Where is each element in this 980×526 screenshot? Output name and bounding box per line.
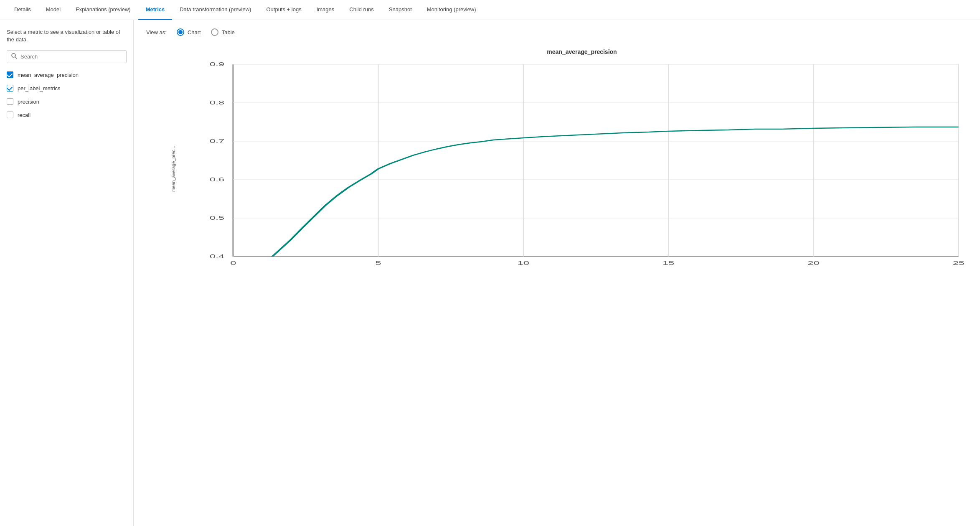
svg-text:0.9: 0.9 bbox=[210, 61, 224, 67]
tab-details[interactable]: Details bbox=[7, 0, 38, 20]
radio-circle-table[interactable] bbox=[211, 28, 218, 36]
svg-text:20: 20 bbox=[807, 260, 819, 266]
search-icon bbox=[11, 53, 17, 60]
svg-text:0.4: 0.4 bbox=[210, 254, 224, 259]
view-as-label: View as: bbox=[146, 29, 167, 36]
search-input[interactable] bbox=[20, 53, 122, 60]
radio-chart[interactable]: Chart bbox=[177, 28, 201, 36]
svg-text:0.6: 0.6 bbox=[210, 177, 224, 182]
checkbox-per-label-metrics[interactable] bbox=[7, 85, 13, 91]
view-as-row: View as: Chart Table bbox=[146, 28, 967, 36]
svg-rect-28 bbox=[233, 60, 959, 257]
content-area: View as: Chart Table mean_average_precis… bbox=[134, 20, 980, 526]
chart-line bbox=[233, 127, 959, 277]
chart-title: mean_average_precision bbox=[196, 48, 967, 55]
svg-text:0.7: 0.7 bbox=[210, 138, 224, 144]
checkbox-mean-average-precision[interactable] bbox=[7, 71, 13, 78]
metric-label-recall: recall bbox=[18, 112, 30, 118]
sidebar: Select a metric to see a visualization o… bbox=[0, 20, 134, 526]
metric-item-precision[interactable]: precision bbox=[7, 98, 127, 105]
chart-inner: mean_average_prec... bbox=[171, 60, 967, 277]
tab-images[interactable]: Images bbox=[309, 0, 342, 20]
svg-line-1 bbox=[15, 57, 17, 58]
tab-child-runs[interactable]: Child runs bbox=[342, 0, 381, 20]
svg-text:0: 0 bbox=[230, 260, 236, 266]
svg-text:5: 5 bbox=[375, 260, 381, 266]
metric-item-mean-average-precision[interactable]: mean_average_precision bbox=[7, 71, 127, 78]
metric-item-per-label-metrics[interactable]: per_label_metrics bbox=[7, 85, 127, 91]
radio-table[interactable]: Table bbox=[211, 28, 235, 36]
svg-text:15: 15 bbox=[663, 260, 674, 266]
svg-text:0.5: 0.5 bbox=[210, 215, 224, 221]
tab-explanations[interactable]: Explanations (preview) bbox=[68, 0, 138, 20]
radio-chart-label: Chart bbox=[188, 29, 201, 36]
metric-list: mean_average_precision per_label_metrics… bbox=[7, 71, 127, 118]
metric-item-recall[interactable]: recall bbox=[7, 112, 127, 118]
tab-snapshot[interactable]: Snapshot bbox=[381, 0, 419, 20]
radio-table-label: Table bbox=[222, 29, 235, 36]
metric-label-precision: precision bbox=[18, 99, 39, 105]
checkbox-precision[interactable] bbox=[7, 98, 13, 105]
chart-container: mean_average_precision mean_average_prec… bbox=[146, 48, 967, 518]
tab-outputs-logs[interactable]: Outputs + logs bbox=[259, 0, 309, 20]
svg-text:0.8: 0.8 bbox=[210, 100, 224, 105]
chart-svg: 0.9 0.8 0.7 0.6 0.5 0.4 0 5 10 15 20 25 bbox=[171, 60, 967, 277]
tab-monitoring[interactable]: Monitoring (preview) bbox=[419, 0, 484, 20]
svg-text:10: 10 bbox=[518, 260, 529, 266]
search-box[interactable] bbox=[7, 50, 127, 63]
tab-model[interactable]: Model bbox=[38, 0, 68, 20]
svg-text:25: 25 bbox=[953, 260, 965, 266]
top-nav: Details Model Explanations (preview) Met… bbox=[0, 0, 980, 20]
checkbox-recall[interactable] bbox=[7, 112, 13, 118]
y-axis-label: mean_average_prec... bbox=[171, 146, 176, 192]
radio-circle-chart[interactable] bbox=[177, 28, 184, 36]
sidebar-description: Select a metric to see a visualization o… bbox=[7, 28, 127, 43]
tab-metrics[interactable]: Metrics bbox=[138, 0, 173, 20]
metric-label-per-label-metrics: per_label_metrics bbox=[18, 85, 61, 91]
metric-label-mean-average-precision: mean_average_precision bbox=[18, 72, 79, 78]
tab-data-transformation[interactable]: Data transformation (preview) bbox=[172, 0, 259, 20]
main-layout: Select a metric to see a visualization o… bbox=[0, 20, 980, 526]
